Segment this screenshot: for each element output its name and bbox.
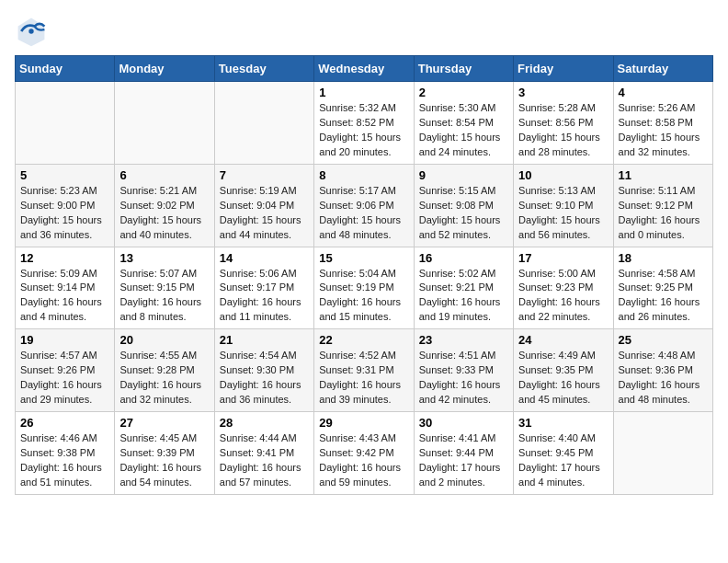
week-row-5: 26Sunrise: 4:46 AM Sunset: 9:38 PM Dayli… (16, 412, 713, 495)
day-info: Sunrise: 4:44 AM Sunset: 9:41 PM Dayligh… (220, 431, 309, 490)
day-info: Sunrise: 4:45 AM Sunset: 9:39 PM Dayligh… (119, 431, 209, 490)
week-row-3: 12Sunrise: 5:09 AM Sunset: 9:14 PM Dayli… (16, 247, 713, 329)
calendar-cell: 27Sunrise: 4:45 AM Sunset: 9:39 PM Dayli… (115, 412, 214, 495)
calendar-cell (613, 412, 712, 495)
day-info: Sunrise: 5:11 AM Sunset: 9:12 PM Dayligh… (619, 184, 708, 243)
day-number: 29 (319, 416, 408, 430)
day-number: 30 (419, 416, 508, 430)
day-info: Sunrise: 5:00 AM Sunset: 9:23 PM Dayligh… (518, 267, 608, 326)
day-number: 27 (119, 416, 209, 430)
calendar-cell: 16Sunrise: 5:02 AM Sunset: 9:21 PM Dayli… (414, 247, 513, 329)
day-number: 11 (619, 168, 708, 182)
day-number: 31 (518, 416, 608, 430)
day-number: 18 (619, 251, 708, 265)
day-number: 21 (220, 333, 309, 347)
calendar-cell: 5Sunrise: 5:23 AM Sunset: 9:00 PM Daylig… (16, 164, 115, 247)
header-row: SundayMondayTuesdayWednesdayThursdayFrid… (16, 56, 713, 82)
day-number: 1 (319, 86, 408, 99)
calendar-body: 1Sunrise: 5:32 AM Sunset: 8:52 PM Daylig… (16, 82, 713, 495)
header-cell-tuesday: Tuesday (214, 56, 313, 82)
week-row-1: 1Sunrise: 5:32 AM Sunset: 8:52 PM Daylig… (16, 82, 713, 165)
calendar-cell: 18Sunrise: 4:58 AM Sunset: 9:25 PM Dayli… (613, 247, 712, 329)
week-row-2: 5Sunrise: 5:23 AM Sunset: 9:00 PM Daylig… (16, 164, 713, 247)
day-info: Sunrise: 4:57 AM Sunset: 9:26 PM Dayligh… (20, 349, 109, 408)
calendar-cell: 28Sunrise: 4:44 AM Sunset: 9:41 PM Dayli… (214, 412, 313, 495)
week-row-4: 19Sunrise: 4:57 AM Sunset: 9:26 PM Dayli… (16, 329, 713, 412)
calendar-cell: 7Sunrise: 5:19 AM Sunset: 9:04 PM Daylig… (214, 164, 313, 247)
day-info: Sunrise: 5:04 AM Sunset: 9:19 PM Dayligh… (319, 267, 408, 326)
day-info: Sunrise: 5:21 AM Sunset: 9:02 PM Dayligh… (119, 184, 209, 243)
calendar-cell: 3Sunrise: 5:28 AM Sunset: 8:56 PM Daylig… (514, 82, 613, 165)
day-info: Sunrise: 4:40 AM Sunset: 9:45 PM Dayligh… (518, 431, 608, 490)
header-cell-saturday: Saturday (613, 56, 712, 82)
day-number: 25 (619, 333, 708, 347)
day-info: Sunrise: 4:43 AM Sunset: 9:42 PM Dayligh… (319, 431, 408, 490)
day-number: 20 (119, 333, 209, 347)
calendar-cell: 22Sunrise: 4:52 AM Sunset: 9:31 PM Dayli… (314, 329, 414, 412)
day-info: Sunrise: 5:02 AM Sunset: 9:21 PM Dayligh… (419, 267, 508, 326)
day-info: Sunrise: 5:06 AM Sunset: 9:17 PM Dayligh… (220, 267, 309, 326)
calendar-cell: 8Sunrise: 5:17 AM Sunset: 9:06 PM Daylig… (314, 164, 414, 247)
day-info: Sunrise: 4:41 AM Sunset: 9:44 PM Dayligh… (419, 431, 508, 490)
day-number: 24 (518, 333, 608, 347)
day-number: 7 (220, 168, 309, 182)
day-info: Sunrise: 4:46 AM Sunset: 9:38 PM Dayligh… (20, 431, 109, 490)
svg-point-1 (28, 29, 33, 33)
calendar-cell: 2Sunrise: 5:30 AM Sunset: 8:54 PM Daylig… (414, 82, 513, 165)
day-number: 9 (419, 168, 508, 182)
day-info: Sunrise: 4:52 AM Sunset: 9:31 PM Dayligh… (319, 349, 408, 408)
header-cell-thursday: Thursday (414, 56, 513, 82)
day-number: 2 (419, 86, 508, 99)
logo (15, 15, 51, 48)
day-number: 13 (119, 251, 209, 265)
calendar-cell: 6Sunrise: 5:21 AM Sunset: 9:02 PM Daylig… (115, 164, 214, 247)
day-info: Sunrise: 5:19 AM Sunset: 9:04 PM Dayligh… (220, 184, 309, 243)
day-number: 16 (419, 251, 508, 265)
calendar-cell: 14Sunrise: 5:06 AM Sunset: 9:17 PM Dayli… (214, 247, 313, 329)
day-number: 19 (20, 333, 109, 347)
day-number: 17 (518, 251, 608, 265)
day-info: Sunrise: 4:48 AM Sunset: 9:36 PM Dayligh… (619, 349, 708, 408)
calendar-cell: 31Sunrise: 4:40 AM Sunset: 9:45 PM Dayli… (514, 412, 613, 495)
day-number: 3 (518, 86, 608, 99)
calendar-cell: 26Sunrise: 4:46 AM Sunset: 9:38 PM Dayli… (16, 412, 115, 495)
day-number: 12 (20, 251, 109, 265)
day-number: 8 (319, 168, 408, 182)
day-info: Sunrise: 5:15 AM Sunset: 9:08 PM Dayligh… (419, 184, 508, 243)
day-info: Sunrise: 5:09 AM Sunset: 9:14 PM Dayligh… (20, 267, 109, 326)
day-info: Sunrise: 4:49 AM Sunset: 9:35 PM Dayligh… (518, 349, 608, 408)
day-number: 10 (518, 168, 608, 182)
calendar-table: SundayMondayTuesdayWednesdayThursdayFrid… (15, 55, 713, 495)
day-number: 23 (419, 333, 508, 347)
day-info: Sunrise: 5:32 AM Sunset: 8:52 PM Dayligh… (319, 101, 408, 160)
calendar-cell: 4Sunrise: 5:26 AM Sunset: 8:58 PM Daylig… (613, 82, 712, 165)
day-number: 26 (20, 416, 109, 430)
calendar-cell: 24Sunrise: 4:49 AM Sunset: 9:35 PM Dayli… (514, 329, 613, 412)
header-cell-monday: Monday (115, 56, 214, 82)
day-info: Sunrise: 4:58 AM Sunset: 9:25 PM Dayligh… (619, 267, 708, 326)
calendar-cell: 11Sunrise: 5:11 AM Sunset: 9:12 PM Dayli… (613, 164, 712, 247)
calendar-cell: 12Sunrise: 5:09 AM Sunset: 9:14 PM Dayli… (16, 247, 115, 329)
calendar-cell: 15Sunrise: 5:04 AM Sunset: 9:19 PM Dayli… (314, 247, 414, 329)
calendar-cell: 19Sunrise: 4:57 AM Sunset: 9:26 PM Dayli… (16, 329, 115, 412)
calendar-cell: 23Sunrise: 4:51 AM Sunset: 9:33 PM Dayli… (414, 329, 513, 412)
calendar-cell: 29Sunrise: 4:43 AM Sunset: 9:42 PM Dayli… (314, 412, 414, 495)
day-info: Sunrise: 4:51 AM Sunset: 9:33 PM Dayligh… (419, 349, 508, 408)
day-info: Sunrise: 5:28 AM Sunset: 8:56 PM Dayligh… (518, 101, 608, 160)
day-info: Sunrise: 5:17 AM Sunset: 9:06 PM Dayligh… (319, 184, 408, 243)
day-info: Sunrise: 5:07 AM Sunset: 9:15 PM Dayligh… (119, 267, 209, 326)
calendar-cell: 9Sunrise: 5:15 AM Sunset: 9:08 PM Daylig… (414, 164, 513, 247)
calendar-header: SundayMondayTuesdayWednesdayThursdayFrid… (16, 56, 713, 82)
day-number: 6 (119, 168, 209, 182)
calendar-cell: 21Sunrise: 4:54 AM Sunset: 9:30 PM Dayli… (214, 329, 313, 412)
calendar-cell: 13Sunrise: 5:07 AM Sunset: 9:15 PM Dayli… (115, 247, 214, 329)
calendar-cell (214, 82, 313, 165)
day-info: Sunrise: 4:55 AM Sunset: 9:28 PM Dayligh… (119, 349, 209, 408)
calendar-cell: 30Sunrise: 4:41 AM Sunset: 9:44 PM Dayli… (414, 412, 513, 495)
day-number: 4 (619, 86, 708, 99)
header-cell-friday: Friday (514, 56, 613, 82)
day-number: 28 (220, 416, 309, 430)
calendar-cell: 17Sunrise: 5:00 AM Sunset: 9:23 PM Dayli… (514, 247, 613, 329)
calendar-cell: 10Sunrise: 5:13 AM Sunset: 9:10 PM Dayli… (514, 164, 613, 247)
calendar-cell (115, 82, 214, 165)
